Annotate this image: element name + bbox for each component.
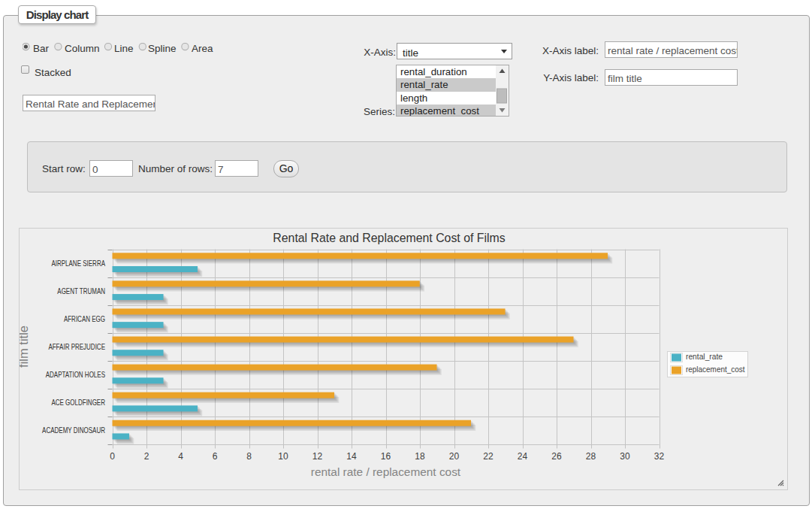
svg-text:ACE GOLDFINGER: ACE GOLDFINGER [51, 398, 105, 407]
svg-text:14: 14 [346, 451, 357, 462]
svg-text:rental_rate: rental_rate [686, 352, 723, 361]
svg-text:22: 22 [483, 451, 494, 462]
svg-text:24: 24 [518, 451, 528, 462]
svg-text:replacement_cost: replacement_cost [686, 365, 745, 374]
svg-text:AFFAIR PREJUDICE: AFFAIR PREJUDICE [48, 343, 105, 351]
svg-text:AFRICAN EGG: AFRICAN EGG [64, 315, 105, 323]
svg-text:10: 10 [278, 451, 288, 462]
svg-text:16: 16 [381, 451, 391, 462]
svg-text:AGENT TRUMAN: AGENT TRUMAN [57, 287, 105, 295]
svg-text:0: 0 [110, 451, 115, 462]
svg-text:ADAPTATION HOLES: ADAPTATION HOLES [46, 371, 105, 379]
svg-text:18: 18 [415, 451, 425, 462]
svg-text:12: 12 [312, 451, 323, 462]
svg-text:28: 28 [586, 451, 596, 462]
svg-text:AIRPLANE SIERRA: AIRPLANE SIERRA [51, 259, 105, 268]
svg-text:2: 2 [144, 451, 149, 462]
svg-text:ACADEMY DINOSAUR: ACADEMY DINOSAUR [42, 426, 105, 435]
svg-text:26: 26 [551, 451, 562, 462]
svg-text:30: 30 [620, 451, 630, 462]
svg-text:Rental Rate and Replacement Co: Rental Rate and Replacement Cost of Film… [273, 231, 505, 245]
svg-text:4: 4 [178, 451, 183, 462]
svg-text:8: 8 [246, 451, 252, 462]
svg-text:rental rate / replacement cost: rental rate / replacement cost [311, 465, 461, 478]
svg-text:6: 6 [213, 451, 218, 462]
svg-text:film title: film title [20, 326, 30, 368]
svg-text:20: 20 [449, 451, 460, 462]
svg-text:32: 32 [654, 451, 665, 462]
